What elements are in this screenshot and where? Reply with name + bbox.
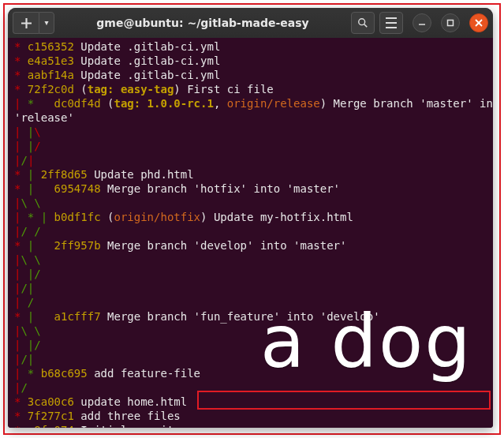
log-line: | |/ bbox=[14, 338, 487, 352]
log-line: |\ \ bbox=[14, 324, 487, 338]
titlebar: ▾ gme@ubuntu: ~/gitlab-made-easy bbox=[8, 8, 493, 38]
log-line: | * dc0df4d (tag: 1.0.0-rc.1, origin/rel… bbox=[14, 96, 487, 110]
terminal-output[interactable]: * c156352 Update .gitlab-ci.yml* e4a51e3… bbox=[8, 38, 493, 428]
log-line: * | 2ff957b Merge branch 'develop' into … bbox=[14, 238, 487, 253]
log-line: |\ \ bbox=[14, 196, 487, 210]
new-tab-button[interactable] bbox=[13, 12, 39, 34]
maximize-icon bbox=[446, 19, 454, 27]
log-line: 'release' bbox=[14, 110, 487, 125]
log-line: |\ \ bbox=[14, 253, 487, 267]
svg-rect-3 bbox=[448, 21, 454, 26]
log-line: * | a1cfff7 Merge branch 'fun_feature' i… bbox=[14, 309, 487, 324]
log-line: | * b68c695 add feature-file bbox=[14, 366, 487, 380]
log-line: |/| bbox=[14, 281, 487, 295]
log-line: * 7f277c1 add three files bbox=[14, 409, 487, 423]
search-icon bbox=[357, 17, 368, 28]
hamburger-menu-button[interactable] bbox=[379, 12, 403, 34]
terminal-window: ▾ gme@ubuntu: ~/gitlab-made-easy * c1563… bbox=[8, 8, 493, 428]
new-tab-split-button: ▾ bbox=[13, 12, 54, 34]
log-line: * e8fc074 Initial commit bbox=[14, 423, 487, 428]
log-line: |/| bbox=[14, 153, 487, 167]
log-line: * e4a51e3 Update .gitlab-ci.yml bbox=[14, 54, 487, 68]
log-line: |/ / bbox=[14, 224, 487, 238]
log-line: | |\ bbox=[14, 125, 487, 139]
maximize-button[interactable] bbox=[441, 13, 460, 32]
window-title: gme@ubuntu: ~/gitlab-made-easy bbox=[59, 17, 346, 29]
command-highlight-box bbox=[197, 391, 491, 410]
close-icon bbox=[475, 19, 483, 27]
close-button[interactable] bbox=[469, 13, 488, 32]
log-line: | |/ bbox=[14, 139, 487, 153]
log-line: * | 2ff8d65 Update phd.html bbox=[14, 167, 487, 182]
log-line: | |/ bbox=[14, 267, 487, 281]
minimize-icon bbox=[418, 19, 426, 27]
hamburger-icon bbox=[386, 17, 397, 19]
log-line: | / bbox=[14, 295, 487, 309]
log-line: * 72f2c0d (tag: easy-tag) First ci file bbox=[14, 82, 487, 96]
log-line: * aabf14a Update .gitlab-ci.yml bbox=[14, 68, 487, 82]
log-line: * | 6954748 Merge branch 'hotfix' into '… bbox=[14, 182, 487, 196]
chevron-down-icon: ▾ bbox=[44, 19, 48, 27]
minimize-button[interactable] bbox=[413, 13, 431, 32]
new-tab-menu-button[interactable]: ▾ bbox=[39, 12, 54, 34]
log-line: * c156352 Update .gitlab-ci.yml bbox=[14, 39, 487, 54]
search-button[interactable] bbox=[351, 12, 375, 34]
svg-point-0 bbox=[359, 19, 365, 25]
log-line: |/| bbox=[14, 352, 487, 366]
svg-line-1 bbox=[364, 24, 368, 28]
log-line: | * | b0df1fc (origin/hotfix) Update my-… bbox=[14, 210, 487, 224]
